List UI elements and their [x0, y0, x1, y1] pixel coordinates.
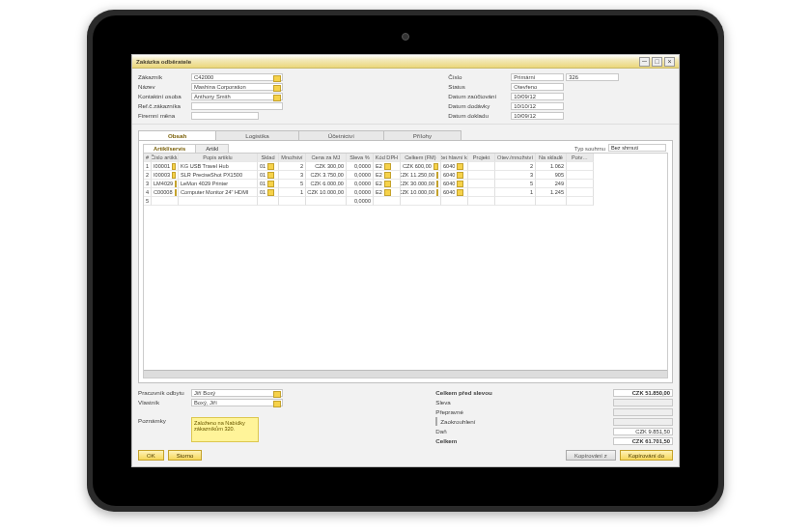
cell[interactable] — [179, 197, 258, 206]
cell[interactable]: 249 — [536, 180, 567, 188]
field-input[interactable]: Otevřeno — [511, 83, 564, 91]
cell[interactable]: 6040 — [441, 188, 468, 197]
cell[interactable] — [441, 197, 468, 206]
ok-button[interactable]: OK — [138, 450, 164, 461]
cell[interactable] — [536, 197, 567, 206]
cell[interactable]: CZK 300,00 — [306, 162, 347, 171]
cell[interactable]: 0,0000 — [347, 180, 374, 188]
cell[interactable]: 2 — [144, 171, 152, 180]
cell[interactable]: 01 — [258, 171, 279, 180]
column-header[interactable]: Otev./množství — [495, 154, 536, 162]
field-input[interactable]: 326 — [566, 73, 619, 81]
cell[interactable]: 01 — [258, 162, 279, 171]
column-header[interactable]: Účet hlavní k… — [441, 154, 468, 162]
remarks-note[interactable]: Založeno na Nabídky zákazníkům 320. — [191, 417, 259, 442]
cell[interactable]: I00001 — [152, 162, 179, 171]
cell[interactable] — [567, 171, 594, 180]
cell[interactable] — [152, 197, 179, 206]
rounding-checkbox[interactable] — [435, 417, 437, 426]
table-row[interactable]: 1I00001KG USB Travel Hub012CZK 300,000,0… — [144, 162, 667, 171]
total-value[interactable] — [613, 399, 673, 406]
cell[interactable]: 3 — [495, 171, 536, 180]
cell[interactable]: LM4029 — [152, 180, 179, 188]
cell[interactable]: 0,0000 — [347, 197, 374, 206]
cell[interactable] — [258, 197, 279, 206]
cell[interactable] — [468, 197, 495, 206]
field-input[interactable]: Primární — [511, 73, 564, 81]
cell[interactable]: 1 — [144, 162, 152, 171]
cell[interactable]: KG USB Travel Hub — [179, 162, 258, 171]
cell[interactable]: 1.062 — [536, 162, 567, 171]
minimize-button[interactable]: ─ — [639, 57, 650, 67]
cell[interactable]: CZK 3.750,00 — [306, 171, 347, 180]
maximize-button[interactable]: □ — [652, 57, 662, 67]
cell[interactable]: CZK 11.250,00 — [401, 171, 441, 180]
table-row[interactable]: 50,0000 — [144, 197, 667, 206]
cell[interactable]: CZK 600,00 — [401, 162, 441, 171]
field-input[interactable]: Mashina Corporation — [191, 83, 283, 91]
column-header[interactable]: # — [144, 154, 152, 162]
cell[interactable]: 1.245 — [536, 188, 567, 197]
cell[interactable]: 0,0000 — [347, 171, 374, 180]
cell[interactable] — [401, 197, 441, 206]
cancel-button[interactable]: Storno — [168, 450, 203, 461]
tab-obsah[interactable]: Obsah — [138, 130, 216, 140]
copy-from-button[interactable]: Kopírování z — [566, 450, 616, 461]
cell[interactable]: CZK 6.000,00 — [306, 180, 347, 188]
cell[interactable]: LeMon 4029 Printer — [179, 180, 258, 188]
column-header[interactable]: Na skladě — [536, 154, 567, 162]
cell[interactable]: CZK 10.000,00 — [401, 188, 441, 197]
cell[interactable]: Computer Monitor 24" HDMI — [179, 188, 258, 197]
cell[interactable]: 0,0000 — [347, 188, 374, 197]
table-row[interactable]: 2I00003SLR PreciseShot PX1500013CZK 3.75… — [144, 171, 667, 180]
subtab-item-service[interactable]: Artikl/servis — [143, 144, 196, 153]
column-header[interactable]: Cena za MJ — [306, 154, 347, 162]
cell[interactable]: 2 — [495, 162, 536, 171]
copy-to-button[interactable]: Kopírování do — [620, 450, 673, 461]
column-header[interactable]: Sklad — [258, 154, 279, 162]
cell[interactable]: E2 — [374, 171, 401, 180]
column-header[interactable]: Potv… — [567, 154, 594, 162]
column-header[interactable]: Kód DPH — [374, 154, 401, 162]
cell[interactable] — [567, 188, 594, 197]
cell[interactable]: E2 — [374, 188, 401, 197]
cell[interactable]: C00008 — [152, 188, 179, 197]
close-button[interactable]: × — [664, 57, 675, 67]
column-header[interactable]: Popis artiklu — [179, 154, 258, 162]
cell[interactable]: SLR PreciseShot PX1500 — [179, 171, 258, 180]
cell[interactable]: 1 — [279, 188, 306, 197]
field-input[interactable] — [191, 112, 259, 120]
cell[interactable]: 6040 — [441, 171, 468, 180]
cell[interactable]: CZK 10.000,00 — [306, 188, 347, 197]
cell[interactable]: CZK 30.000,00 — [401, 180, 441, 188]
cell[interactable]: 4 — [144, 188, 152, 197]
cell[interactable] — [495, 197, 536, 206]
cell[interactable]: 5 — [495, 180, 536, 188]
column-header[interactable]: Sleva % — [347, 154, 374, 162]
cell[interactable]: 6040 — [441, 180, 468, 188]
cell[interactable] — [567, 197, 594, 206]
cell[interactable] — [468, 188, 495, 197]
cell[interactable] — [468, 171, 495, 180]
table-row[interactable]: 4C00008Computer Monitor 24" HDMI011CZK 1… — [144, 188, 667, 197]
cell[interactable]: 01 — [258, 180, 279, 188]
column-header[interactable]: Množství — [279, 154, 306, 162]
field-input[interactable]: C42000 — [191, 73, 283, 81]
table-row[interactable]: 3LM4029LeMon 4029 Printer015CZK 6.000,00… — [144, 180, 667, 188]
column-header[interactable]: Projekt — [468, 154, 495, 162]
cell[interactable]: 1 — [495, 188, 536, 197]
tab-přílohy[interactable]: Přílohy — [383, 130, 461, 140]
cell[interactable]: 3 — [144, 180, 152, 188]
column-header[interactable]: Celkem (FM) — [401, 154, 441, 162]
owner-field[interactable]: Boxý, Jiří — [191, 399, 283, 406]
total-value[interactable] — [613, 418, 673, 426]
field-input[interactable]: Anthony Smith — [191, 93, 283, 100]
cell[interactable]: 6040 — [441, 162, 468, 171]
field-input[interactable]: 10/10/12 — [511, 102, 564, 110]
cell[interactable]: 5 — [279, 180, 306, 188]
cell[interactable]: I00003 — [152, 171, 179, 180]
cell[interactable] — [567, 162, 594, 171]
tab-logistika[interactable]: Logistika — [215, 130, 298, 140]
cell[interactable] — [567, 180, 594, 188]
cell[interactable]: 905 — [536, 171, 567, 180]
